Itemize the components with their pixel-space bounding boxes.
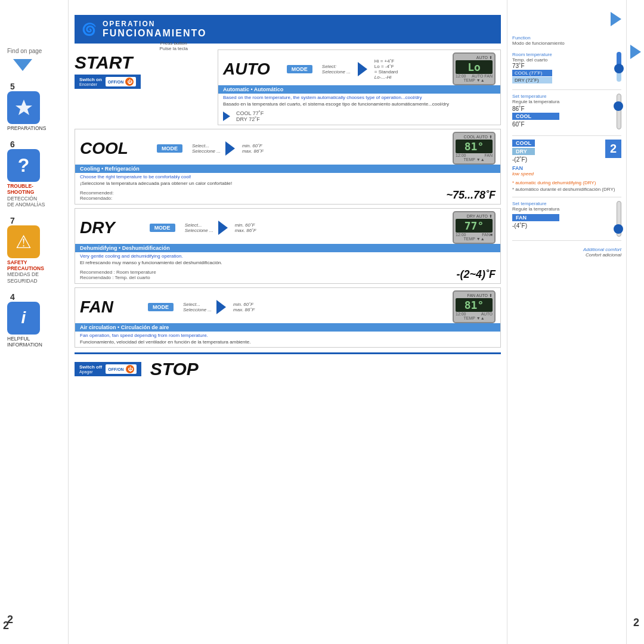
sidebar-num-7: 7 [10, 216, 15, 225]
helpful-icon: i [7, 302, 40, 335]
auto-select-arrow[interactable] [358, 62, 367, 76]
cool2-chip: COOL [512, 140, 535, 147]
header-bar: 🌀 OPERATION FUNCIONAMIENTO [75, 15, 501, 44]
cool-recommended-label: Recommended: Recomendado: [80, 190, 113, 201]
dry-recommended-temp: -(2~4)˚F [456, 268, 496, 281]
dry-top: DRY MODE Select... Seleccione ... min. 6… [75, 209, 500, 244]
fan-thermostat: FAN AUTO ⬆ 81° 12:00AUTO TEMP ▼▲ [453, 290, 496, 323]
cool-thermostat: COOL AUTO ⬆ 81° 12:00FAN TEMP ▼▲ [453, 132, 496, 165]
confort-adicional-label: Confort adicional [512, 252, 621, 258]
dry-select-arrow[interactable] [218, 221, 228, 235]
additional-comfort-label: Additional comfort [512, 247, 621, 252]
dry-recommended-row: Recommended : Room temperature Recomenda… [75, 267, 500, 283]
right-edge: 2 [626, 0, 644, 644]
t86f-label: 86˚F [512, 106, 559, 112]
offon-badge-stop: OFF/ON ⏻ [106, 364, 136, 374]
sidebar-item-troubleshooting[interactable]: 6 ? TROUBLE-SHOOTING DETECCIÓNDE ANOMALÍ… [7, 140, 61, 208]
press-button-label: Press button Pulse la tecla [159, 41, 188, 51]
sidebar-num-4: 4 [10, 292, 15, 302]
temp-dot-fan [614, 224, 623, 234]
function-section: Function Modo de funcionamiento [512, 35, 621, 46]
dry-desc-es: El refrescando muy manso y funcionamient… [75, 260, 500, 267]
header-fan-icon: 🌀 [82, 22, 97, 36]
funcionamiento-label: FUNCIONAMIENTO [103, 28, 206, 39]
cool-top: COOL MODE Select... Seleccione ... min. … [75, 129, 500, 165]
dry-select-area: Select... Seleccione ... [185, 222, 213, 233]
fan-mode-btn[interactable]: MODE [148, 303, 174, 311]
auto-dry-note-es: * automático durante el deshumidificació… [512, 187, 621, 192]
function-label: Function [512, 35, 621, 41]
info-arrow-top [611, 12, 621, 26]
auto-desc-es: Basado en la temperatura del cuarto, el … [218, 101, 500, 109]
switch-off-button[interactable]: Switch off Apagar OFF/ON ⏻ [75, 362, 141, 376]
fan-section-wrapper: FAN MODE Select... Seleccione ... min. 6… [75, 287, 501, 348]
temp-bar-auto [617, 52, 621, 82]
dry-title: DRY [80, 218, 115, 237]
switch-off-label: Switch off [79, 364, 102, 370]
cool-dry-labels: COOL DRY -(2˚F) FAN low speed [512, 140, 535, 177]
auto-title: AUTO [223, 60, 270, 79]
minus2f-label: -(2˚F) [512, 156, 535, 163]
auto-subtitle-bar: Automatic • Automático [218, 85, 500, 94]
f73-label: 73˚F [512, 63, 552, 69]
encender-label: Encender [79, 82, 102, 86]
cool-select-area: Select... Seleccione ... [192, 143, 221, 154]
header-text: OPERATION FUNCIONAMIENTO [103, 20, 206, 39]
info-divider-1 [512, 89, 621, 90]
cool-section-wrapper: COOL MODE Select... Seleccione ... min. … [75, 129, 501, 205]
dry2-chip: DRY [512, 148, 535, 155]
auto-title-row: AUTO MODE Select: Seleccione ... Hi = +4… [218, 50, 500, 85]
cool-select-arrow[interactable] [225, 141, 235, 156]
minus4f-label: -(4˚F) [512, 222, 559, 229]
auto-temp-ranges: Hi = +4˚F Lo = -4˚F = Standard Lo-...-Hi [374, 58, 398, 80]
edge-arrow-top [630, 45, 641, 59]
sidebar-item-preparations[interactable]: 5 PREPARATIONS [7, 82, 61, 131]
room-temp-section: Room temperature Temp. del cuarto 73˚F C… [512, 52, 621, 83]
stop-title: STOP [150, 359, 199, 379]
fan-temp-labels: Set temperature Regule la temperatura FA… [512, 201, 559, 229]
auto-mode-btn[interactable]: MODE [287, 65, 312, 73]
dry-mode-btn[interactable]: MODE [150, 224, 175, 232]
fan-select-area: Select... Seleccione ... [183, 302, 212, 312]
main-content: 🌀 OPERATION FUNCIONAMIENTO Press button … [69, 0, 507, 644]
fan-subtitle-bar: Air circulation • Circulación de aire [75, 323, 500, 332]
dry-subtitle-bar: Dehumidifying • Deshumidificación [75, 244, 500, 252]
switch-on-text: Switch on Encender [79, 77, 102, 86]
auto-thermostat: AUTO ⬆ Lo 12:00AUTO FAN TEMP ▼▲ [453, 52, 496, 85]
page-container: Find on page 5 PREPARATIONS 6 ? TROUBLE-… [0, 0, 644, 644]
sidebar-down-arrow [13, 59, 32, 71]
auto-result-arrow [223, 112, 230, 121]
temp-bar-fan [617, 201, 621, 237]
switch-off-text: Switch off Apagar [79, 364, 102, 374]
auto-select-area: Select: Seleccione ... [322, 64, 351, 75]
fan-desc-en: Fan operation, fan speed depending from … [75, 332, 500, 339]
info-divider-3 [512, 197, 621, 197]
set-temp-cool-label: Set temperature [512, 94, 559, 99]
switch-on-button[interactable]: Switch on Encender OFF/ON ⏻ [75, 75, 141, 89]
info-column: Function Modo de funcionamiento Room tem… [507, 0, 626, 644]
dry-72-chip: DRY (72˚F) [512, 77, 552, 83]
fan-select-arrow[interactable] [216, 300, 226, 314]
start-title: START [75, 52, 212, 73]
sidebar-item-safety[interactable]: 7 ⚠ SAFETYPRECAUTIONS MEDIDAS DESEGURIDA… [7, 216, 61, 284]
offon-badge-start: OFF/ON ⏻ [106, 77, 136, 86]
temp-dot-auto [614, 64, 624, 73]
safety-icon: ⚠ [7, 225, 40, 258]
troubleshooting-icon: ? [7, 149, 40, 182]
cool-title: COOL [80, 139, 128, 158]
fan-label-right: FAN [512, 165, 535, 171]
cool-recommended-temp: ~75...78˚F [446, 189, 496, 202]
apagar-label: Apagar [79, 370, 102, 374]
cool-desc-es: ¡Seleccione la temperatura adecuada para… [75, 181, 500, 188]
sidebar-num-5: 5 [10, 82, 15, 91]
cool-mode-btn[interactable]: MODE [157, 144, 182, 153]
sidebar-item-helpful[interactable]: 4 i HELPFUL INFORMATION [7, 292, 61, 348]
cool-set-chip: COOL [512, 113, 559, 120]
operation-label: OPERATION [103, 20, 206, 28]
temp-dot-cool [614, 101, 623, 111]
regule-temp2-label: Regule la temperatura [512, 206, 559, 212]
cool-min-max: min. 60˚F max. 86˚F [242, 143, 264, 154]
safety-label: SAFETYPRECAUTIONS MEDIDAS DESEGURIDAD [7, 259, 44, 284]
auto-results: COOL 77˚F DRY 72˚F [218, 109, 500, 125]
find-on-page-label: Find on page [7, 48, 42, 54]
